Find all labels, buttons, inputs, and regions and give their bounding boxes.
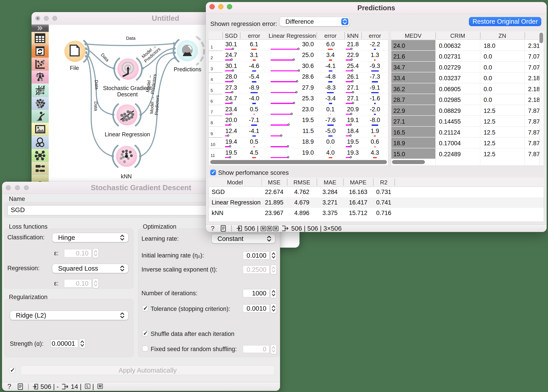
svg-text:Linear Regression: Linear Regression <box>105 131 150 137</box>
svg-text:Data: Data <box>93 101 98 111</box>
svg-text:kNN: kNN <box>121 173 132 179</box>
svg-text:?: ? <box>7 383 11 390</box>
svg-text:✗: ✗ <box>42 85 46 89</box>
svg-text:506 | -: 506 | - <box>41 383 59 390</box>
svg-text:Descent: Descent <box>117 91 138 98</box>
svg-text:506 | 506 | 3×506: 506 | 506 | 3×506 <box>291 225 342 232</box>
svg-text:File: File <box>70 65 79 71</box>
svg-text:506 |: 506 | <box>244 225 259 232</box>
svg-text:Predictions: Predictions <box>174 66 201 72</box>
svg-text:L: L <box>86 385 89 388</box>
svg-text:Data: Data <box>126 36 136 41</box>
svg-text:✗: ✗ <box>35 91 39 96</box>
svg-text:M: M <box>262 227 265 231</box>
svg-text:Data: Data <box>94 80 99 90</box>
svg-text:14 |: 14 | <box>71 383 82 390</box>
svg-text:Predictors: Predictors <box>154 95 160 115</box>
svg-text:|: | <box>92 383 94 390</box>
svg-text:M: M <box>268 227 271 231</box>
svg-text:Stochastic Gradient: Stochastic Gradient <box>103 85 152 91</box>
svg-text:?: ? <box>211 225 215 232</box>
svg-text:M: M <box>274 227 277 231</box>
svg-text:M: M <box>98 385 101 388</box>
